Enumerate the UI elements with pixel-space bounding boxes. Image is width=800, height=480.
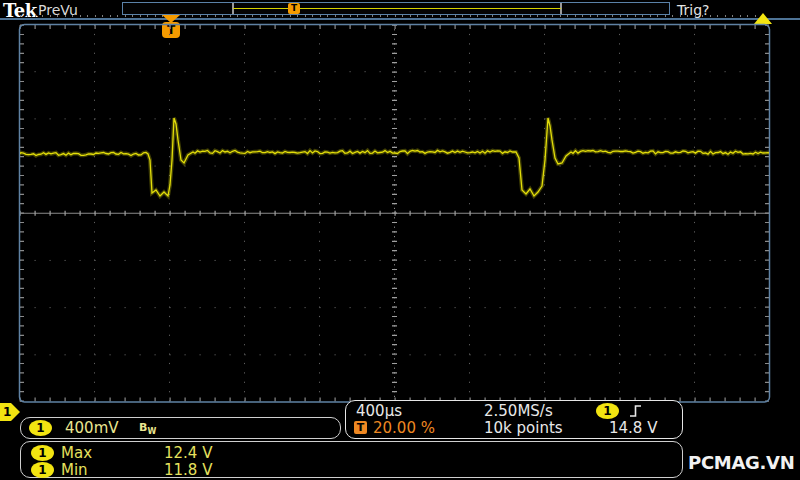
watermark: PCMAG.VN — [688, 452, 794, 473]
measurement-value: 11.8 V — [164, 461, 212, 479]
trigger-t-icon: T — [354, 421, 367, 434]
measurement-row-min: 1 Min 11.8 V — [21, 461, 682, 478]
measurement-name: Min — [61, 461, 88, 479]
channel1-badge: 1 — [31, 445, 54, 461]
sample-rate-value: 2.50MS/s — [484, 402, 553, 420]
channel1-badge: 1 — [31, 462, 54, 478]
trigger-level-value: 14.8 V — [609, 419, 657, 437]
timebase-value: 400µs — [356, 402, 402, 420]
channel1-badge: 1 — [29, 420, 52, 436]
record-length-value: 10k points — [484, 419, 563, 437]
measurement-name: Max — [61, 444, 92, 462]
channel1-scale-value: 400mV — [65, 419, 119, 437]
oscilloscope-screen: Tek PreVu Trig? T T 1 1 400mV BW 400µs 2… — [0, 0, 800, 480]
measurements-box: 1 Max 12.4 V 1 Min 11.8 V — [20, 441, 683, 478]
measurement-row-max: 1 Max 12.4 V — [21, 444, 682, 461]
bandwidth-limit-icon: BW — [139, 421, 156, 436]
channel1-readout-box: 1 400mV BW — [20, 417, 341, 439]
trigger-position-value: 20.00 % — [373, 419, 435, 437]
graticule-grid — [20, 25, 770, 403]
horizontal-trigger-readout-box: 400µs 2.50MS/s 1 T 20.00 % 10k points 14… — [345, 400, 683, 439]
trigger-source-badge: 1 — [596, 403, 619, 419]
bw-subscript: W — [147, 427, 156, 436]
trigger-rising-edge-icon — [629, 403, 643, 419]
measurement-value: 12.4 V — [164, 444, 212, 462]
